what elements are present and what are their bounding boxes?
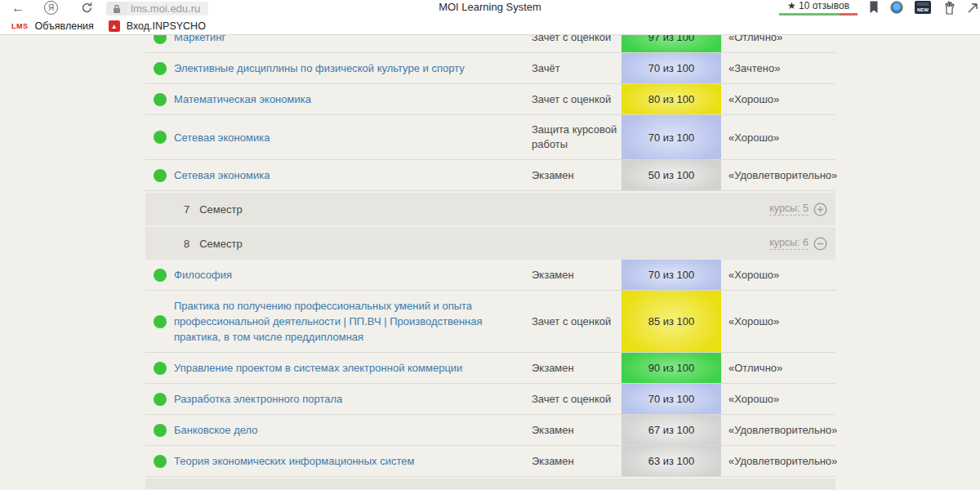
grade-label: «Зачтено» — [721, 53, 835, 83]
grade-label: «Удовлетворительно» — [721, 415, 835, 445]
status-dot-icon — [154, 455, 167, 468]
extension-blue-icon[interactable] — [890, 1, 903, 14]
bookmark-inpsycho[interactable]: ▲ Вход.INPSYCHO — [104, 20, 211, 32]
course-link[interactable]: Философия — [174, 267, 232, 283]
bookmark-label: Объявления — [35, 20, 94, 32]
status-dot-icon — [154, 35, 167, 44]
bookmark-flag-icon[interactable] — [869, 1, 879, 17]
course-link[interactable]: Маркетинг — [174, 35, 225, 45]
courses-count-link[interactable]: курсы: 6 — [769, 237, 808, 250]
semester-label: Семестр — [199, 203, 242, 216]
table-row-course: Управление проектом в системах электронн… — [145, 353, 835, 384]
reviews-label: ★ 10 отзывов — [787, 0, 849, 11]
grade-label: «Отлично» — [721, 353, 835, 383]
score-value: 80 из 100 — [648, 93, 695, 105]
control-type-label: Экзамен — [532, 446, 621, 476]
table-row-course: Сетевая экономика Защита курсовой работы… — [145, 115, 835, 160]
yandex-icon[interactable]: Я — [44, 1, 58, 15]
status-dot-icon — [154, 393, 167, 406]
status-dot-icon — [154, 315, 167, 328]
course-link[interactable]: Практика по получению профессиональных у… — [174, 298, 495, 345]
score-value: 63 из 100 — [648, 455, 695, 467]
sidebar-toggle-icon[interactable] — [967, 1, 978, 17]
semester-number: 7 — [184, 203, 189, 216]
address-bar[interactable]: lms.moi.edu.ru — [127, 2, 208, 16]
table-row-course: Банковское дело Экзамен 67 из 100 «Удовл… — [145, 415, 835, 446]
control-type-label: Зачет с оценкой — [532, 84, 621, 114]
grade-label: «Хорошо» — [721, 384, 835, 414]
semester-header-row-partial — [145, 479, 835, 489]
grade-label: «Хорошо» — [721, 115, 835, 159]
status-dot-icon — [154, 362, 167, 375]
score-value: 70 из 100 — [648, 62, 695, 74]
score-value: 50 из 100 — [648, 169, 695, 181]
table-row-course: Элективные дисциплины по физической куль… — [145, 53, 835, 84]
score-value: 70 из 100 — [648, 131, 695, 144]
expand-toggle-icon[interactable] — [813, 237, 827, 251]
table-row-course: Философия Экзамен 70 из 100 «Хорошо» — [145, 260, 835, 291]
table-row-course: Теория экономических информационных сист… — [145, 446, 835, 477]
grade-label: «Удовлетворительно» — [721, 446, 835, 476]
extension-new-icon[interactable]: NEW — [915, 1, 931, 14]
reviews-rating-bar — [779, 13, 858, 16]
bookmark-label: Вход.INPSYCHO — [127, 20, 206, 32]
status-dot-icon — [154, 131, 167, 144]
browser-toolbar: ← Я lms.moi.edu.ru MOI Learning System ★… — [0, 0, 980, 18]
score-cell: 70 из 100 — [621, 115, 721, 159]
status-dot-icon — [154, 93, 167, 106]
hand-protect-icon[interactable] — [942, 1, 956, 18]
course-link[interactable]: Управление проектом в системах электронн… — [174, 360, 462, 376]
control-type-label: Зачет с оценкой — [532, 35, 621, 52]
back-icon[interactable]: ← — [7, 0, 29, 16]
lock-icon[interactable] — [106, 2, 127, 16]
course-link[interactable]: Банковское дело — [174, 422, 258, 438]
status-dot-icon — [154, 62, 167, 75]
course-link[interactable]: Сетевая экономика — [174, 130, 270, 145]
table-row-course: Практика по получению профессиональных у… — [145, 291, 835, 353]
score-cell: 80 из 100 — [621, 84, 721, 114]
expand-toggle-icon[interactable] — [813, 203, 827, 216]
status-dot-icon — [154, 269, 167, 282]
table-row-course: Математическая экономика Зачет с оценкой… — [145, 84, 835, 115]
course-link[interactable]: Элективные дисциплины по физической куль… — [174, 60, 465, 76]
course-link[interactable]: Математическая экономика — [174, 91, 311, 107]
semester-header-row: 8 Семестр курсы: 6 — [145, 227, 835, 260]
grade-label: «Удовлетворительно» — [721, 160, 835, 190]
semester-label: Семестр — [199, 238, 242, 250]
score-cell: 90 из 100 — [621, 353, 721, 383]
score-value: 97 из 100 — [648, 35, 695, 43]
score-value: 70 из 100 — [648, 269, 695, 281]
bookmarks-bar: LMS Объявления ▲ Вход.INPSYCHO — [0, 18, 980, 35]
score-value: 67 из 100 — [648, 424, 695, 436]
control-type-label: Экзамен — [532, 260, 621, 290]
score-cell: 63 из 100 — [621, 446, 721, 476]
semester-number: 8 — [184, 238, 189, 250]
status-dot-icon — [154, 169, 167, 182]
refresh-icon[interactable] — [81, 2, 93, 17]
site-reviews-button[interactable]: ★ 10 отзывов — [779, 0, 858, 16]
lms-favicon: LMS — [11, 22, 29, 30]
course-link[interactable]: Разработка электронного портала — [174, 391, 342, 407]
table-row-course: Маркетинг Зачет с оценкой 97 из 100 «Отл… — [145, 35, 835, 53]
score-cell: 85 из 100 — [621, 291, 721, 352]
control-type-label: Экзамен — [532, 353, 621, 383]
status-dot-icon — [154, 424, 167, 437]
score-value: 90 из 100 — [648, 362, 695, 374]
grades-table: Маркетинг Зачет с оценкой 97 из 100 «Отл… — [145, 35, 835, 489]
course-link[interactable]: Теория экономических информационных сист… — [174, 453, 414, 469]
grade-label: «Хорошо» — [721, 260, 835, 290]
courses-count-link[interactable]: курсы: 5 — [769, 203, 808, 216]
score-cell: 70 из 100 — [621, 384, 721, 414]
grade-label: «Хорошо» — [721, 84, 835, 114]
course-link[interactable]: Сетевая экономика — [174, 167, 270, 183]
control-type-label: Зачет с оценкой — [532, 384, 621, 414]
table-row-course: Разработка электронного портала Зачет с … — [145, 384, 835, 415]
control-type-label: Экзамен — [532, 160, 621, 190]
shield-favicon: ▲ — [109, 20, 120, 32]
control-type-label: Зачет с оценкой — [532, 291, 621, 352]
score-cell: 67 из 100 — [621, 415, 721, 445]
table-row-course: Сетевая экономика Экзамен 50 из 100 «Удо… — [145, 160, 835, 191]
bookmark-announcements[interactable]: LMS Объявления — [7, 20, 99, 32]
score-cell: 50 из 100 — [621, 160, 721, 190]
score-value: 70 из 100 — [648, 393, 695, 405]
